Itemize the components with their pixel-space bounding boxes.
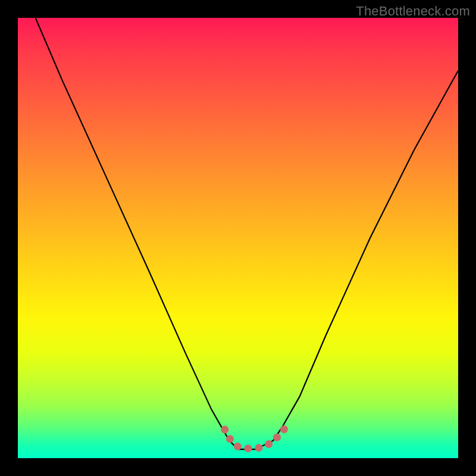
chart-frame: TheBottleneck.com: [0, 0, 476, 476]
bottleneck-curve: [36, 18, 458, 449]
watermark-label: TheBottleneck.com: [356, 4, 470, 19]
plot-area: [18, 18, 458, 458]
chart-svg: [18, 18, 458, 458]
optimal-band: [225, 427, 287, 449]
